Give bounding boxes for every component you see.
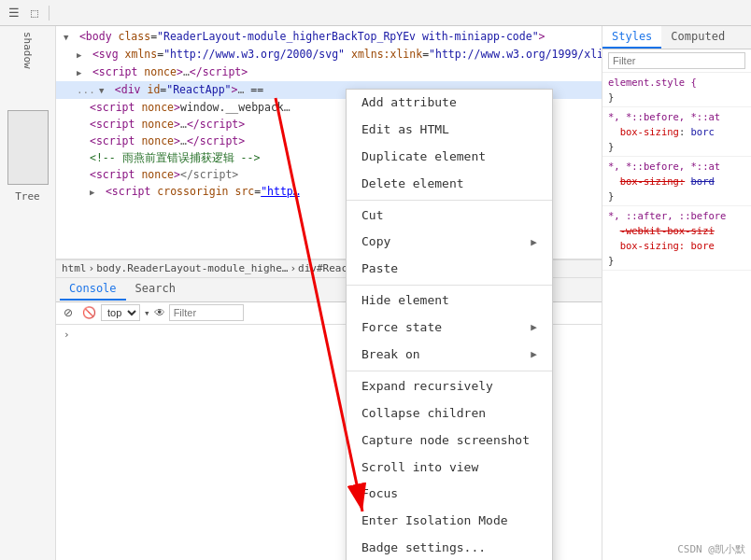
context-menu-item-label-14: Focus <box>361 486 398 502</box>
context-menu-item-10[interactable]: Expand recursively <box>347 373 552 400</box>
context-menu-item-label-11: Collapse children <box>361 406 486 422</box>
context-menu-item-label-15: Enter Isolation Mode <box>361 513 508 529</box>
context-menu-item-label-6: Paste <box>361 261 398 277</box>
context-menu-item-label-4: Cut <box>361 208 383 224</box>
context-menu-item-9[interactable]: Break on▶ <box>347 342 552 369</box>
context-menu-item-label-3: Delete element <box>361 176 464 192</box>
context-menu-item-label-2: Duplicate element <box>361 149 486 165</box>
context-menu-item-13[interactable]: Scroll into view <box>347 455 552 482</box>
context-menu-item-8[interactable]: Force state▶ <box>347 315 552 342</box>
context-menu-sep-6 <box>347 285 552 286</box>
context-menu-item-label-9: Break on <box>361 347 420 363</box>
submenu-arrow-icon-5: ▶ <box>531 236 537 249</box>
context-menu-item-label-10: Expand recursively <box>361 379 493 395</box>
context-menu-item-2[interactable]: Duplicate element <box>347 144 552 171</box>
context-menu-overlay: Add attributeEdit as HTMLDuplicate eleme… <box>0 0 751 560</box>
context-menu-item-label-0: Add attribute <box>361 95 457 111</box>
context-menu-item-14[interactable]: Focus <box>347 481 552 508</box>
context-menu-sep-3 <box>347 200 552 201</box>
context-menu-item-label-13: Scroll into view <box>361 460 478 476</box>
submenu-arrow-icon-9: ▶ <box>531 348 537 361</box>
context-menu-item-label-1: Edit as HTML <box>361 122 449 138</box>
context-menu-item-0[interactable]: Add attribute <box>347 90 552 117</box>
context-menu-item-5[interactable]: Copy▶ <box>347 229 552 256</box>
context-menu-item-4[interactable]: Cut <box>347 203 552 230</box>
context-menu-item-15[interactable]: Enter Isolation Mode <box>347 508 552 535</box>
context-menu-item-label-8: Force state <box>361 320 442 336</box>
submenu-arrow-icon-8: ▶ <box>531 321 537 334</box>
context-menu-item-label-12: Capture node screenshot <box>361 433 530 449</box>
context-menu-item-12[interactable]: Capture node screenshot <box>347 427 552 455</box>
context-menu-item-7[interactable]: Hide element <box>347 287 552 315</box>
context-menu: Add attributeEdit as HTMLDuplicate eleme… <box>346 89 553 560</box>
context-menu-item-16[interactable]: Badge settings... <box>347 535 552 560</box>
context-menu-item-label-5: Copy <box>361 234 390 250</box>
context-menu-item-label-16: Badge settings... <box>361 540 486 556</box>
context-menu-item-1[interactable]: Edit as HTML <box>347 117 552 144</box>
context-menu-sep-9 <box>347 371 552 371</box>
context-menu-item-label-7: Hide element <box>361 293 449 309</box>
context-menu-item-6[interactable]: Paste <box>347 256 552 283</box>
context-menu-item-3[interactable]: Delete element <box>347 171 552 198</box>
context-menu-item-11[interactable]: Collapse children <box>347 400 552 427</box>
